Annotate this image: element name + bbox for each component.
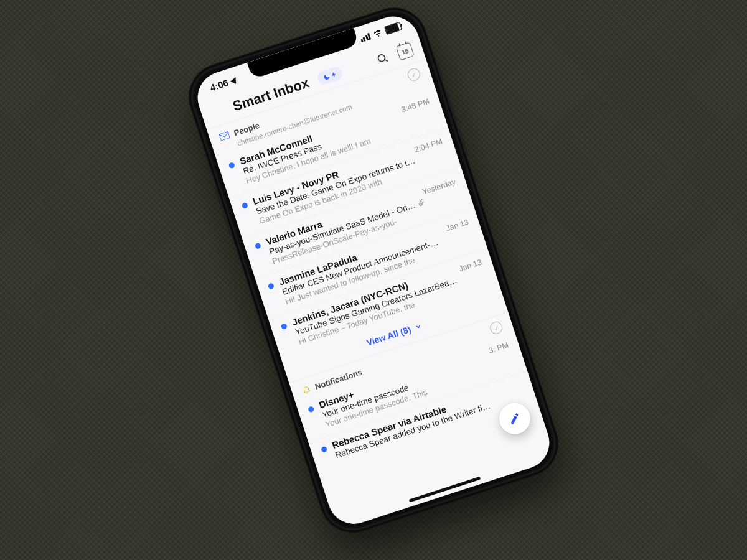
screen: 4:06 Smart Inbox <box>191 10 557 531</box>
cell-signal-icon <box>359 32 371 42</box>
people-icon <box>218 131 230 141</box>
compose-icon <box>507 411 522 426</box>
battery-icon <box>384 22 402 35</box>
bell-icon <box>301 384 312 395</box>
search-button[interactable] <box>372 47 393 69</box>
unread-dot-icon <box>255 243 261 250</box>
calendar-day: 15 <box>401 47 410 55</box>
dnd-toggle[interactable] <box>316 65 344 86</box>
chevron-down-icon <box>415 322 423 331</box>
section-mark-read[interactable]: ✓ <box>489 320 504 335</box>
location-icon <box>230 76 238 84</box>
unread-dot-icon <box>268 282 275 289</box>
svg-point-0 <box>377 54 386 62</box>
calendar-button[interactable]: 15 <box>394 40 416 62</box>
volume-up-button[interactable] <box>446 93 458 122</box>
status-time: 4:06 <box>209 77 230 93</box>
mute-switch[interactable] <box>436 63 444 81</box>
phone-chassis: 4:06 Smart Inbox <box>180 0 567 541</box>
unread-dot-icon <box>228 162 235 169</box>
volume-down-button[interactable] <box>457 127 469 156</box>
home-indicator[interactable] <box>409 477 481 503</box>
unread-dot-icon <box>321 446 327 453</box>
svg-line-1 <box>385 59 388 62</box>
svg-rect-2 <box>219 131 230 141</box>
unread-dot-icon <box>308 406 314 413</box>
unread-dot-icon <box>242 202 248 209</box>
wifi-icon <box>372 28 383 38</box>
menu-button[interactable] <box>208 101 230 123</box>
unread-dot-icon <box>281 323 288 330</box>
